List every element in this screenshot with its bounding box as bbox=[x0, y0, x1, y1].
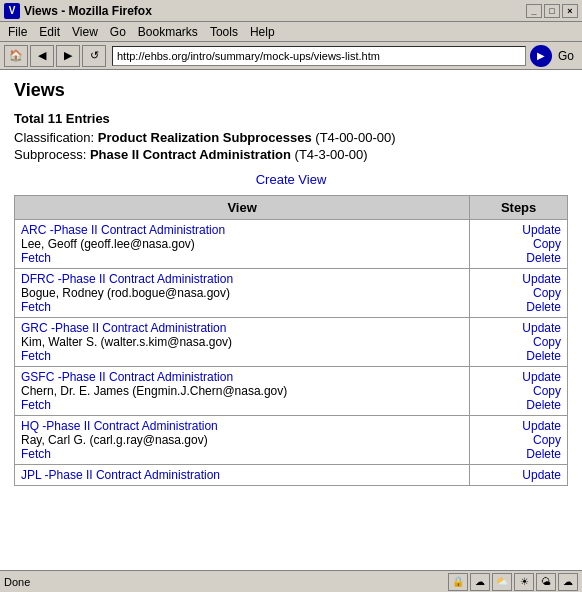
delete-action-link[interactable]: Delete bbox=[476, 300, 561, 314]
steps-cell: UpdateCopyDelete bbox=[470, 220, 568, 269]
title-bar: V Views - Mozilla Firefox _ □ × bbox=[0, 0, 582, 22]
forward-button[interactable]: ▶ bbox=[56, 45, 80, 67]
steps-cell: UpdateCopyDelete bbox=[470, 367, 568, 416]
create-view-container: Create View bbox=[14, 172, 568, 187]
fetch-link[interactable]: Fetch bbox=[21, 349, 51, 363]
table-row: ARC -Phase II Contract AdministrationLee… bbox=[15, 220, 568, 269]
table-row: GSFC -Phase II Contract AdministrationCh… bbox=[15, 367, 568, 416]
menu-go[interactable]: Go bbox=[104, 25, 132, 39]
subprocess-code: (T4-3-00-00) bbox=[295, 147, 368, 162]
view-cell: DFRC -Phase II Contract AdministrationBo… bbox=[15, 269, 470, 318]
go-circle: ▶ bbox=[530, 45, 552, 67]
title-bar-title: Views - Mozilla Firefox bbox=[24, 4, 526, 18]
copy-action-link[interactable]: Copy bbox=[476, 335, 561, 349]
views-table: View Steps ARC -Phase II Contract Admini… bbox=[14, 195, 568, 486]
classification-label: Classification: bbox=[14, 130, 94, 145]
copy-action-link[interactable]: Copy bbox=[476, 237, 561, 251]
reload-button[interactable]: ↺ bbox=[82, 45, 106, 67]
update-action-link[interactable]: Update bbox=[476, 272, 561, 286]
go-button[interactable]: Go bbox=[558, 49, 574, 63]
update-action-link[interactable]: Update bbox=[476, 419, 561, 433]
close-button[interactable]: × bbox=[562, 4, 578, 18]
steps-cell: UpdateCopyDelete bbox=[470, 318, 568, 367]
update-action-link[interactable]: Update bbox=[476, 370, 561, 384]
view-info: Lee, Geoff (geoff.lee@nasa.gov) bbox=[21, 237, 195, 251]
view-title-link[interactable]: ARC -Phase II Contract Administration bbox=[21, 223, 225, 237]
update-action-link[interactable]: Update bbox=[476, 223, 561, 237]
address-input[interactable] bbox=[112, 46, 526, 66]
copy-action-link[interactable]: Copy bbox=[476, 286, 561, 300]
fetch-link[interactable]: Fetch bbox=[21, 251, 51, 265]
menu-bookmarks[interactable]: Bookmarks bbox=[132, 25, 204, 39]
menu-file[interactable]: File bbox=[2, 25, 33, 39]
cloud-icon-1: ☁ bbox=[470, 573, 490, 591]
view-cell: JPL -Phase II Contract Administration bbox=[15, 465, 470, 486]
delete-action-link[interactable]: Delete bbox=[476, 349, 561, 363]
update-action-link[interactable]: Update bbox=[476, 468, 561, 482]
view-info: Chern, Dr. E. James (Engmin.J.Chern@nasa… bbox=[21, 384, 287, 398]
status-bar: Done 🔒 ☁ ⛅ ☀ 🌤 ☁ bbox=[0, 570, 582, 592]
view-title-link[interactable]: JPL -Phase II Contract Administration bbox=[21, 468, 220, 482]
subprocess-line: Subprocess: Phase II Contract Administra… bbox=[14, 147, 568, 162]
home-button[interactable]: 🏠 bbox=[4, 45, 28, 67]
menu-view[interactable]: View bbox=[66, 25, 104, 39]
view-info: Bogue, Rodney (rod.bogue@nasa.gov) bbox=[21, 286, 230, 300]
view-title-link[interactable]: HQ -Phase II Contract Administration bbox=[21, 419, 218, 433]
col-header-view: View bbox=[15, 196, 470, 220]
page-title: Views bbox=[14, 80, 568, 101]
partly-cloud-icon: 🌤 bbox=[536, 573, 556, 591]
menu-bar: File Edit View Go Bookmarks Tools Help bbox=[0, 22, 582, 42]
classification-code: (T4-00-00-00) bbox=[315, 130, 395, 145]
table-row: DFRC -Phase II Contract AdministrationBo… bbox=[15, 269, 568, 318]
view-cell: ARC -Phase II Contract AdministrationLee… bbox=[15, 220, 470, 269]
menu-tools[interactable]: Tools bbox=[204, 25, 244, 39]
menu-help[interactable]: Help bbox=[244, 25, 281, 39]
col-header-steps: Steps bbox=[470, 196, 568, 220]
classification-line: Classification: Product Realization Subp… bbox=[14, 130, 568, 145]
toolbar: 🏠 ◀ ▶ ↺ ▶ Go bbox=[0, 42, 582, 70]
cloud-icon-2: ⛅ bbox=[492, 573, 512, 591]
table-row: GRC -Phase II Contract AdministrationKim… bbox=[15, 318, 568, 367]
subprocess-label: Subprocess: bbox=[14, 147, 86, 162]
status-icons: 🔒 ☁ ⛅ ☀ 🌤 ☁ bbox=[448, 573, 578, 591]
fetch-link[interactable]: Fetch bbox=[21, 447, 51, 461]
menu-edit[interactable]: Edit bbox=[33, 25, 66, 39]
view-info: Kim, Walter S. (walter.s.kim@nasa.gov) bbox=[21, 335, 232, 349]
page-content: Views Total 11 Entries Classification: P… bbox=[0, 70, 582, 570]
table-row: HQ -Phase II Contract AdministrationRay,… bbox=[15, 416, 568, 465]
delete-action-link[interactable]: Delete bbox=[476, 398, 561, 412]
sun-icon: ☀ bbox=[514, 573, 534, 591]
view-title-link[interactable]: DFRC -Phase II Contract Administration bbox=[21, 272, 233, 286]
security-icon: 🔒 bbox=[448, 573, 468, 591]
create-view-link[interactable]: Create View bbox=[256, 172, 327, 187]
view-cell: HQ -Phase II Contract AdministrationRay,… bbox=[15, 416, 470, 465]
address-bar: ▶ Go bbox=[112, 45, 574, 67]
classification-value: Product Realization Subprocesses bbox=[98, 130, 312, 145]
steps-cell: UpdateCopyDelete bbox=[470, 416, 568, 465]
fetch-link[interactable]: Fetch bbox=[21, 300, 51, 314]
copy-action-link[interactable]: Copy bbox=[476, 384, 561, 398]
steps-cell: UpdateCopyDelete bbox=[470, 269, 568, 318]
subprocess-value: Phase II Contract Administration bbox=[90, 147, 291, 162]
update-action-link[interactable]: Update bbox=[476, 321, 561, 335]
view-title-link[interactable]: GSFC -Phase II Contract Administration bbox=[21, 370, 233, 384]
app-icon: V bbox=[4, 3, 20, 19]
copy-action-link[interactable]: Copy bbox=[476, 433, 561, 447]
cloud-icon-3: ☁ bbox=[558, 573, 578, 591]
window-controls[interactable]: _ □ × bbox=[526, 4, 578, 18]
view-cell: GRC -Phase II Contract AdministrationKim… bbox=[15, 318, 470, 367]
delete-action-link[interactable]: Delete bbox=[476, 447, 561, 461]
table-row: JPL -Phase II Contract AdministrationUpd… bbox=[15, 465, 568, 486]
back-button[interactable]: ◀ bbox=[30, 45, 54, 67]
maximize-button[interactable]: □ bbox=[544, 4, 560, 18]
minimize-button[interactable]: _ bbox=[526, 4, 542, 18]
steps-cell: Update bbox=[470, 465, 568, 486]
fetch-link[interactable]: Fetch bbox=[21, 398, 51, 412]
total-entries: Total 11 Entries bbox=[14, 111, 568, 126]
delete-action-link[interactable]: Delete bbox=[476, 251, 561, 265]
status-text: Done bbox=[4, 576, 448, 588]
view-cell: GSFC -Phase II Contract AdministrationCh… bbox=[15, 367, 470, 416]
view-info: Ray, Carl G. (carl.g.ray@nasa.gov) bbox=[21, 433, 208, 447]
view-title-link[interactable]: GRC -Phase II Contract Administration bbox=[21, 321, 226, 335]
